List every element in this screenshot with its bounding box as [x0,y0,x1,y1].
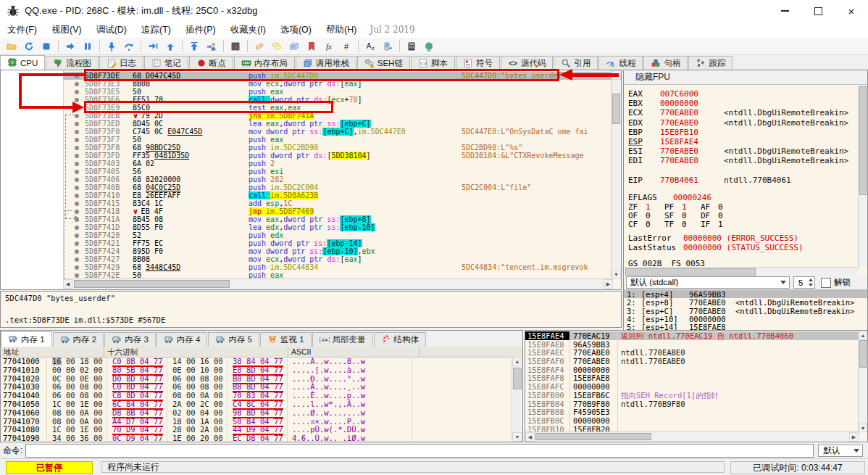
comment-button[interactable] [269,38,285,54]
stack-row[interactable]: 15E8FAE4770EAC19返回到 ntdll.770EAC19 自 ntd… [525,331,859,340]
stack-row[interactable]: 15E8FAFC00000000 [525,382,859,391]
disasm-row[interactable]: 5D8F742968 3448C45Dpush im.5DC448345DC44… [63,263,612,271]
open-button[interactable] [4,38,20,54]
dump-header-0[interactable]: 地址 [1,347,104,357]
dump-header-2[interactable]: ASCII [288,347,420,357]
stack-row[interactable]: 15E8FB04770B9F80ntdll.770B9F80 [525,400,859,408]
stack-row[interactable]: 15E8FAE896A59BB3 [525,340,859,349]
disasm-row[interactable]: 5D8F7421FF75 ECpush dword ptr ss:[ebp-14… [63,239,612,247]
register-value[interactable]: 770EABE0 [660,108,724,117]
tab-内存布局[interactable]: 内存布局 [234,56,295,70]
breakpoint-gutter[interactable] [63,191,85,199]
scroll-thumb[interactable] [535,433,651,440]
breakpoint-dot-icon[interactable] [75,218,79,222]
dump-row[interactable]: 7704101000 00 02 0080 5B 04 770E 00 10 0… [1,365,512,374]
dump-tab-监视 1[interactable]: 监视 1 [260,332,312,347]
disasm-row[interactable]: 5D8F74036A 02push 2 [63,160,612,168]
menu-item-追踪(T)[interactable]: 追踪(T) [134,24,178,36]
breakpoint-gutter[interactable] [63,175,85,183]
breakpoint-dot-icon[interactable] [75,241,79,246]
scroll-thumb[interactable] [859,86,867,195]
disasm-row[interactable]: 5D8F7424895D F0mov dword ptr ss:[ebp-10]… [63,247,612,255]
flags-row[interactable]: ZF1PF1AF0 [628,202,859,211]
disasm-row[interactable]: 5D8F73EB∨ 79 2Djns im.5D8F741A [63,112,612,120]
stack-row[interactable]: 15E8FB08F45905E3 [525,408,859,416]
dump-row[interactable]: 7704107008 00 0A 00A4 D7 04 7718 00 1A 0… [1,417,512,426]
disasm-row[interactable]: 5D8F7410E8 26EEFAFFcall im.5D8A623B [63,191,612,199]
step-over-button[interactable] [121,38,138,54]
scroll-up-arrow-icon[interactable]: ▲ [612,70,621,80]
breakpoint-gutter[interactable] [63,168,85,175]
function-button[interactable]: fx [321,38,338,54]
dump-tab-局部变量[interactable]: [x=]局部变量 [312,332,373,347]
scroll-down-arrow-icon[interactable]: ▼ [859,424,867,432]
attach-button[interactable] [204,38,220,54]
call-argument-row[interactable]: 2:[esp+8]770EABE0<ntdll.DbgUiRemoteBreak… [624,298,867,306]
breakpoint-dot-icon[interactable] [75,178,79,182]
run-button[interactable] [62,38,79,54]
disasm-row[interactable]: 5D8F741A8B45 08mov eax,dword ptr ss:[ebp… [63,215,612,223]
register-row[interactable]: ESP15E8FAE4 [628,137,859,146]
scroll-down-arrow-icon[interactable]: ▼ [512,432,522,442]
register-row[interactable]: ECX770EABE0<ntdll.DbgUiRemoteBreakin> [628,108,859,117]
minimize-button[interactable] [768,0,801,22]
flag-value[interactable]: 0 [646,220,664,229]
disasm-row[interactable]: 5D8F740668 82020000push 282 [63,175,612,183]
breakpoint-gutter[interactable] [63,239,85,247]
breakpoint-gutter[interactable] [63,128,85,136]
menu-item-文件(F)[interactable]: 文件(F) [0,24,44,36]
breakpoint-gutter[interactable] [63,152,85,160]
pause-button[interactable] [80,38,96,54]
go-up-button[interactable] [186,38,203,54]
dump-tab-结构体[interactable]: 结构体 [374,332,427,347]
breakpoint-gutter[interactable] [63,207,85,215]
stack-row[interactable]: 15E8FAF400000000 [525,365,859,374]
stack-row[interactable]: 15E8FB0015E8FB6C指向SEH_Record[1]的指针 [525,391,859,400]
tab-源代码[interactable]: <>源代码 [501,56,554,70]
maximize-button[interactable] [801,0,835,22]
menu-item-帮助(H)[interactable]: 帮助(H) [319,24,364,36]
tab-引用[interactable]: 引用 [554,56,598,70]
breakpoint-gutter[interactable] [63,120,85,128]
stack-horizontal-scrollbar[interactable]: ◀ ▶ [525,431,859,442]
menu-item-视图(V)[interactable]: 视图(V) [44,24,89,36]
patch-button[interactable] [251,38,268,54]
scroll-right-arrow-icon[interactable]: ▶ [849,432,859,442]
register-value[interactable]: 007C6000 [660,89,724,99]
call-argument-row[interactable]: 4:[esp+10]00000000 [624,315,867,323]
disasm-row[interactable]: 5D8F74278B08mov ecx,dword ptr ds:[eax] [63,255,612,263]
tab-流程图[interactable]: 流程图 [46,56,99,70]
disasm-horizontal-scrollbar[interactable]: ◀ ▶ [63,278,613,289]
scroll-thumb[interactable] [859,340,867,368]
dump-tab-内存 4[interactable]: 内存 4 [157,332,208,347]
breakpoint-dot-icon[interactable] [75,234,79,238]
breakpoint-dot-icon[interactable] [75,186,79,190]
register-value[interactable]: 00000000 [660,99,724,108]
dump-row[interactable]: 770410801C 00 1E 0070 D9 04 7728 00 2A 0… [1,425,512,434]
breakpoint-dot-icon[interactable] [75,194,79,198]
menu-item-调试(D)[interactable]: 调试(D) [89,24,134,36]
tab-SEH链[interactable]: SEH链 [357,56,410,70]
register-row[interactable]: EDX770EABE0<ntdll.DbgUiRemoteBreakin> [628,118,859,128]
breakpoint-dot-icon[interactable] [75,249,79,254]
call-argument-row[interactable]: 1:[esp+4]96A59BB3 [624,290,867,298]
scroll-thumb[interactable] [74,280,230,288]
breakpoint-gutter[interactable] [63,255,85,263]
label-button[interactable] [286,38,303,54]
tab-脚本[interactable]: <>脚本 [411,56,455,70]
flags-row[interactable]: OF0SF0DF0 [628,211,859,220]
menu-item-选项(O)[interactable]: 选项(O) [273,24,319,36]
step-out-button[interactable] [162,38,179,54]
tab-调用堆栈[interactable]: 调用堆栈 [296,56,356,70]
breakpoint-dot-icon[interactable] [75,122,79,126]
close-button[interactable] [38,38,55,54]
disasm-row[interactable]: 5D8F73E6FF51 78call dword ptr ds:[ecx+78… [63,96,612,104]
scroll-up-arrow-icon[interactable]: ▲ [859,331,867,339]
dump-row[interactable]: 7704109034 00 36 000C D9 04 771E 00 20 0… [1,434,512,442]
stack-row[interactable]: 15E8FAEC770EABE0ntdll.770EABE0 [525,348,859,357]
breakpoint-gutter[interactable] [63,144,85,152]
register-row[interactable]: EBX00000000 [628,99,859,108]
disasm-row[interactable]: 5D8F73E38B08mov ecx,dword ptr ds:[eax] [63,80,612,88]
disasm-row[interactable]: 5D8F73F0C745 0C E047C45Dmov dword ptr ss… [63,128,612,136]
flag-value[interactable]: 1 [718,220,737,229]
